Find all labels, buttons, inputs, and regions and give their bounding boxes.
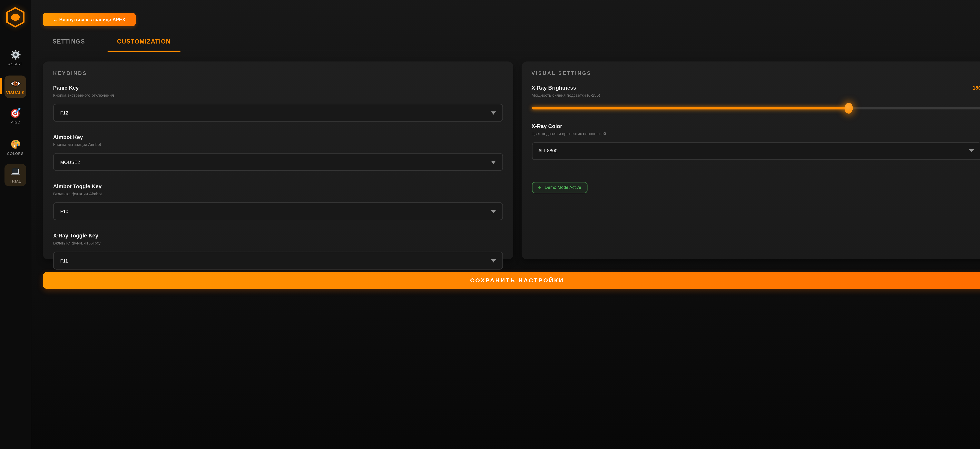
app-window: ASSIST VISUALS MISC <box>0 0 980 449</box>
panic-key-field: Panic Key Кнопка экстренного отключения … <box>53 84 503 121</box>
sidebar-item-label: VISUALS <box>6 91 24 95</box>
visual-settings-panel: VISUAL SETTINGS X-Ray Brightness 180 Мощ… <box>521 61 980 259</box>
sidebar-item-label: MISC <box>10 120 21 124</box>
field-label: Aimbot Key <box>53 134 503 141</box>
xray-brightness-fill <box>531 107 849 109</box>
chevron-down-icon <box>491 161 496 164</box>
sidebar-item-label: TRIAL <box>10 179 21 183</box>
xray-toggle-key-select[interactable]: F11 <box>53 252 503 269</box>
demo-mode-label: Demo Mode Active <box>545 185 581 190</box>
aimbot-toggle-key-field: Aimbot Toggle Key Вкл/выкл функции Aimbo… <box>53 183 503 220</box>
xray-brightness-slider[interactable] <box>531 107 980 109</box>
field-description: Кнопка экстренного отключения <box>53 92 503 98</box>
demo-mode-badge: Demo Mode Active <box>531 182 588 193</box>
eye-icon <box>10 78 21 89</box>
field-label: Aimbot Toggle Key <box>53 183 503 190</box>
panic-key-select[interactable]: F12 <box>53 104 503 121</box>
xray-color-select[interactable]: #FF8800 <box>531 142 980 160</box>
field-description: Цвет подсветки вражеских персонажей <box>531 131 980 136</box>
aimbot-toggle-key-select[interactable]: F10 <box>53 202 503 220</box>
sidebar-item-misc[interactable]: MISC <box>5 105 26 127</box>
sidebar-item-visuals[interactable]: VISUALS <box>5 75 26 98</box>
select-value: F11 <box>60 258 68 263</box>
field-label: X-Ray Toggle Key <box>53 232 503 239</box>
status-dot-icon <box>538 186 541 189</box>
panel-title: VISUAL SETTINGS <box>531 70 980 76</box>
save-settings-button[interactable]: СОХРАНИТЬ НАСТРОЙКИ <box>43 272 980 289</box>
xray-brightness-field: X-Ray Brightness 180 Мощность сияния под… <box>531 84 980 110</box>
sidebar-item-label: ASSIST <box>8 62 22 66</box>
sidebar-item-label: COLORS <box>7 152 24 156</box>
sidebar-item-assist[interactable]: ASSIST <box>5 47 26 69</box>
chevron-down-icon <box>491 210 496 213</box>
palette-icon <box>10 139 21 150</box>
panel-title: KEYBINDS <box>53 70 503 76</box>
field-label: X-Ray Brightness <box>531 84 576 92</box>
active-indicator-bar <box>0 78 2 94</box>
keybinds-panel: KEYBINDS Panic Key Кнопка экстренного от… <box>43 61 513 259</box>
select-value: #FF8800 <box>539 148 558 154</box>
select-value: F12 <box>60 110 68 116</box>
sidebar-item-trial[interactable]: TRIAL <box>5 164 26 186</box>
field-description: Кнопка активации Aimbot <box>53 142 503 147</box>
sidebar-item-colors[interactable]: COLORS <box>5 137 26 159</box>
field-description: Вкл/выкл функции Aimbot <box>53 191 503 196</box>
select-value: MOUSE2 <box>60 159 80 165</box>
field-description: Вкл/выкл функции X-Ray <box>53 240 503 246</box>
dart-icon <box>10 108 21 119</box>
chevron-down-icon <box>491 259 496 262</box>
tab-bar: SETTINGS CUSTOMIZATION <box>43 38 980 51</box>
xray-brightness-handle[interactable] <box>845 103 853 114</box>
main-content: ← Вернуться к странице APEX SETTINGS CUS… <box>31 0 980 289</box>
tab-customization[interactable]: CUSTOMIZATION <box>107 38 180 51</box>
app-logo-hexagon-icon <box>5 6 25 28</box>
gear-icon <box>10 49 21 60</box>
back-to-apex-button[interactable]: ← Вернуться к странице APEX <box>43 13 136 26</box>
aimbot-key-select[interactable]: MOUSE2 <box>53 153 503 171</box>
tab-settings[interactable]: SETTINGS <box>43 38 95 51</box>
aimbot-key-field: Aimbot Key Кнопка активации Aimbot MOUSE… <box>53 134 503 171</box>
chevron-down-icon <box>969 150 974 153</box>
xray-brightness-value: 180 <box>972 85 980 91</box>
laptop-icon <box>10 166 21 177</box>
sidebar: ASSIST VISUALS MISC <box>0 0 31 449</box>
select-value: F10 <box>60 209 68 214</box>
chevron-down-icon <box>491 111 496 114</box>
field-label: X-Ray Color <box>531 123 980 130</box>
xray-color-field: X-Ray Color Цвет подсветки вражеских пер… <box>531 123 980 160</box>
settings-panels: KEYBINDS Panic Key Кнопка экстренного от… <box>43 61 980 259</box>
field-label: Panic Key <box>53 84 503 92</box>
xray-toggle-key-field: X-Ray Toggle Key Вкл/выкл функции X-Ray … <box>53 232 503 269</box>
field-description: Мощность сияния подсветки (0-255) <box>531 92 980 98</box>
